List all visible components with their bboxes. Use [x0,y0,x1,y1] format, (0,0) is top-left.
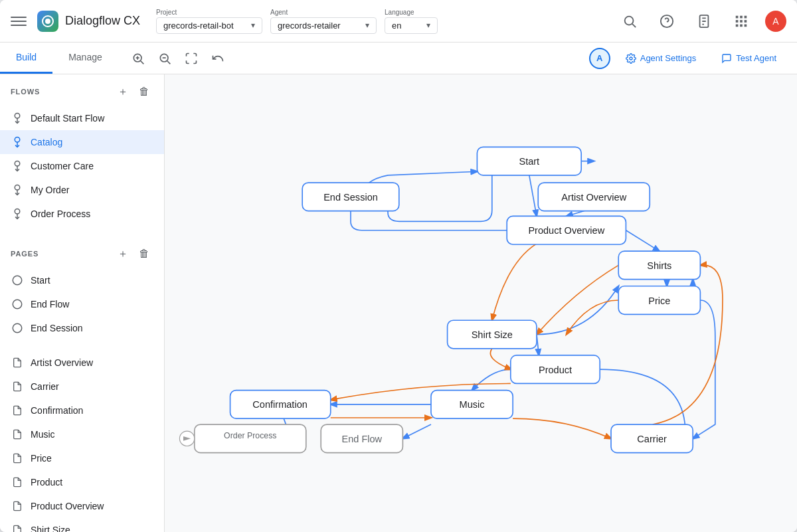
sidebar-item-end-session-label: End Session [31,323,83,333]
agent-dropdown[interactable]: grecords-retailer ▾ [270,17,377,34]
svg-line-20 [140,60,143,64]
svg-point-29 [13,323,22,333]
user-avatar[interactable]: A [765,11,786,32]
sidebar-item-order-process[interactable]: Order Process [0,202,164,226]
sidebar-item-shirt-size[interactable]: Shirt Size [0,518,164,532]
flow-icon [11,207,24,221]
flow-icon [11,159,24,173]
svg-text:Product Overview: Product Overview [528,225,604,236]
zoom-out-button[interactable] [153,46,177,70]
test-agent-button[interactable]: Test Agent [711,48,786,68]
svg-text:Price: Price [648,296,670,306]
system-page-icon [11,321,24,335]
agent-dropdown-arrow: ▾ [365,21,369,30]
add-page-button[interactable]: ＋ [114,244,132,263]
timer-button[interactable] [691,8,717,35]
sidebar-item-start[interactable]: Start [0,268,164,292]
flow-diagram: Start End Session Artist Overview Produc… [165,74,797,532]
fit-button[interactable] [179,46,203,70]
page-icon [11,452,24,465]
flows-section-header: FLOWS ＋ 🗑 [11,82,153,101]
system-page-icon [11,298,24,311]
sidebar-item-carrier-label: Carrier [31,381,59,392]
sidebar-item-product[interactable]: Product [0,470,164,494]
pages-section-header: PAGES ＋ 🗑 [11,244,153,263]
language-dropdown[interactable]: en ▾ [385,17,438,34]
sidebar-item-product-overview[interactable]: Product Overview [0,494,164,518]
sidebar-item-end-session[interactable]: End Session [0,316,164,340]
flow-icon [11,183,24,197]
pages-section-title: PAGES [11,250,39,258]
svg-rect-16 [736,24,739,27]
svg-point-27 [13,276,22,285]
sidebar-item-catalog[interactable]: Catalog [0,130,164,154]
svg-point-28 [13,300,22,309]
sidebar-item-music-label: Music [31,429,55,440]
svg-line-3 [632,24,636,27]
undo-button[interactable] [206,46,230,70]
sidebar-item-end-flow-label: End Flow [31,299,69,310]
add-flow-button[interactable]: ＋ [114,82,132,101]
sidebar-item-carrier[interactable]: Carrier [0,375,164,399]
language-dropdown-group: Language en ▾ [385,9,438,34]
top-nav: Dialogflow CX Project grecords-retail-bo… [0,0,797,43]
apps-button[interactable] [728,8,754,35]
tab-build[interactable]: Build [0,43,52,74]
sidebar-item-my-order[interactable]: My Order [0,178,164,202]
app-title: Dialogflow CX [65,14,140,28]
svg-point-1 [45,19,50,24]
project-value: grecords-retail-bot [163,21,234,31]
agent-settings-button[interactable]: Agent Settings [616,48,707,68]
agent-dropdown-group: Agent grecords-retailer ▾ [270,9,377,34]
svg-rect-17 [740,24,743,27]
sidebar-item-confirmation[interactable]: Confirmation [0,399,164,422]
sidebar-item-product-overview-label: Product Overview [31,501,104,511]
svg-text:Music: Music [460,399,485,410]
agent-actions: A Agent Settings Test Agent [589,48,797,69]
agent-value: grecords-retailer [278,21,341,31]
svg-rect-10 [736,15,739,18]
system-page-icon [11,274,24,287]
sidebar-item-artist-overview[interactable]: Artist Overview [0,351,164,375]
sidebar-item-price[interactable]: Price [0,446,164,470]
sidebar-item-customer-care[interactable]: Customer Care [0,154,164,178]
page-icon [11,404,24,417]
delete-page-button[interactable]: 🗑 [135,244,153,263]
help-button[interactable] [654,8,680,35]
svg-rect-13 [736,20,739,23]
sidebar-item-product-label: Product [31,477,62,488]
zoom-in-button[interactable] [126,46,150,70]
agent-label: Agent [270,9,377,16]
page-icon [11,499,24,513]
agent-settings-label: Agent Settings [640,53,697,63]
tab-manage[interactable]: Manage [52,43,118,74]
page-icon [11,523,24,532]
main-area: FLOWS ＋ 🗑 Default Start Flow [0,74,797,532]
svg-text:End Flow: End Flow [341,434,382,444]
canvas-area[interactable]: Start End Session Artist Overview Produc… [165,74,797,532]
tabs-area: Build Manage [0,43,118,74]
sidebar-item-my-order-label: My Order [31,185,69,195]
sidebar-item-artist-overview-label: Artist Overview [31,357,93,368]
delete-flow-button[interactable]: 🗑 [135,82,153,101]
project-dropdown-arrow: ▾ [251,21,255,30]
sidebar-item-default-start-flow[interactable]: Default Start Flow [0,106,164,130]
sidebar-item-customer-care-label: Customer Care [31,161,94,171]
page-icon [11,380,24,393]
sidebar-item-music[interactable]: Music [0,422,164,446]
sidebar-item-end-flow[interactable]: End Flow [0,292,164,316]
svg-text:Shirt Size: Shirt Size [472,329,513,340]
page-icon [11,428,24,441]
sidebar-item-default-start-flow-label: Default Start Flow [31,113,104,124]
sidebar-item-confirmation-label: Confirmation [31,405,83,416]
sidebar: FLOWS ＋ 🗑 Default Start Flow [0,74,165,532]
flows-section-actions: ＋ 🗑 [114,82,153,101]
menu-icon[interactable] [11,13,27,29]
search-button[interactable] [616,8,643,35]
language-value: en [392,21,401,31]
svg-text:Shirts: Shirts [647,260,671,271]
project-dropdown[interactable]: grecords-retail-bot ▾ [156,17,262,34]
svg-point-26 [630,57,632,60]
svg-rect-15 [745,20,747,23]
agent-avatar[interactable]: A [589,48,610,69]
